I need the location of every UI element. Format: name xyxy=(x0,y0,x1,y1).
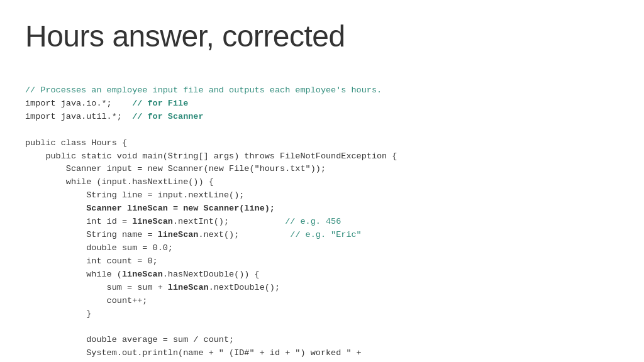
import2: import java.util.*; xyxy=(25,112,132,121)
linescan-nextdouble: lineScan xyxy=(168,283,209,292)
name-line: String name = xyxy=(25,230,158,239)
import1: import java.io.*; xyxy=(25,99,132,108)
linescan-nextint: lineScan xyxy=(132,217,173,226)
page-title: Hours answer, corrected xyxy=(25,19,619,53)
import1-comment: // for File xyxy=(132,99,188,108)
comment-line1: // Processes an employee input file and … xyxy=(25,85,382,95)
code-block: // Processes an employee input file and … xyxy=(25,71,619,362)
class-declaration: public class Hours { public static void … xyxy=(25,138,397,214)
id-line: int id = xyxy=(25,217,132,226)
linescan-declaration: Scanner lineScan = new Scanner(line); xyxy=(86,204,275,213)
import2-comment: // for Scanner xyxy=(132,112,203,121)
linescan-hasnext: lineScan xyxy=(122,270,163,279)
linescan-next: lineScan xyxy=(158,230,199,239)
comment-id: // e.g. 456 xyxy=(285,217,341,226)
slide: Hours answer, corrected // Processes an … xyxy=(0,0,644,362)
comment-name: // e.g. "Eric" xyxy=(290,230,361,239)
